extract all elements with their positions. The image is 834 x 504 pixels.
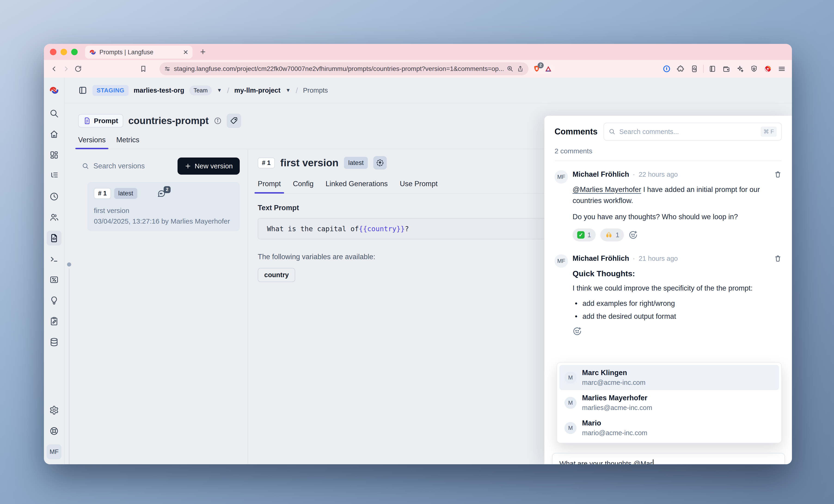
playground-icon[interactable] — [47, 252, 62, 266]
reaction-raised-hands[interactable]: 1 — [600, 228, 624, 242]
speedreader-swirl-icon[interactable] — [763, 64, 773, 74]
promote-version-button[interactable] — [373, 156, 387, 169]
minimize-window-button[interactable] — [61, 49, 67, 55]
chevron-down-icon[interactable]: ▼ — [217, 87, 222, 93]
datasets-icon[interactable] — [47, 314, 62, 329]
maximize-window-button[interactable] — [71, 49, 78, 55]
prompt-type-label: Prompt — [94, 117, 118, 125]
tab-metrics[interactable]: Metrics — [116, 136, 139, 149]
search-icon — [609, 128, 616, 135]
comments-search[interactable]: ⌘ F — [603, 123, 782, 141]
text-cursor — [653, 459, 654, 464]
breadcrumb-org[interactable]: marlies-test-org — [134, 87, 184, 94]
close-window-button[interactable] — [50, 49, 57, 55]
langfuse-logo[interactable] — [49, 77, 59, 103]
site-permissions-icon[interactable] — [164, 66, 171, 72]
brave-shield-icon[interactable]: 2 — [532, 64, 542, 74]
sidebar-toggle-icon[interactable] — [707, 64, 718, 74]
brave-rewards-icon[interactable] — [543, 64, 553, 74]
browser-tab[interactable]: Prompts | Langfuse ✕ — [85, 46, 193, 59]
comments-search-input[interactable] — [619, 128, 758, 136]
new-tab-button[interactable]: + — [200, 47, 205, 57]
latest-badge: latest — [114, 188, 137, 199]
comment-body: Do you have any thoughts? Who should we … — [573, 213, 782, 221]
user-avatar[interactable]: MF — [47, 444, 62, 459]
home-icon[interactable] — [47, 127, 62, 142]
tab-config[interactable]: Config — [293, 180, 314, 193]
panel-toggle-icon[interactable] — [78, 86, 87, 95]
sessions-icon[interactable] — [47, 189, 62, 204]
forward-icon[interactable] — [61, 64, 71, 74]
extensions-cluster — [662, 64, 787, 74]
variable-chip: country — [258, 268, 295, 282]
comment-heading: Quick Thoughts: — [573, 269, 782, 278]
version-meta: 03/04/2025, 13:27:16 by Marlies Mayerhof… — [94, 217, 233, 225]
zoom-in-icon[interactable] — [507, 65, 513, 72]
prompts-icon[interactable] — [47, 231, 62, 246]
comment-avatar: MF — [554, 170, 568, 184]
delete-comment-icon[interactable] — [774, 255, 782, 262]
plus-icon — [184, 163, 191, 169]
add-reaction-icon[interactable] — [629, 230, 638, 239]
detail-version-title: first version — [280, 157, 338, 168]
detail-latest-badge: latest — [344, 157, 368, 169]
breadcrumb-project[interactable]: my-llm-project — [234, 87, 281, 94]
mention-link[interactable]: @Marlies Mayerhofer — [573, 185, 641, 193]
back-icon[interactable] — [49, 64, 59, 74]
breadcrumb-separator: / — [227, 86, 229, 95]
mention-option[interactable]: M Mario mario@acme-inc.com — [559, 415, 779, 440]
extensions-puzzle-icon[interactable] — [676, 64, 686, 74]
comments-bubble-icon[interactable]: 2 — [157, 189, 166, 198]
comments-title: Comments — [554, 127, 597, 137]
shield-count-badge: 2 — [537, 62, 544, 68]
version-search[interactable] — [82, 162, 170, 170]
leo-ai-sparkles-icon[interactable] — [735, 64, 745, 74]
langfuse-app: MF STAGING marlies-test-org Team ▼ / my-… — [44, 77, 792, 464]
comment-author: Michael Fröhlich — [573, 254, 629, 262]
mention-avatar: M — [565, 397, 576, 409]
search-tabs-icon[interactable] — [689, 64, 700, 74]
comment-input[interactable]: What are your thoughts @Mar — [552, 453, 785, 464]
tab-close-icon[interactable]: ✕ — [183, 48, 189, 56]
version-list-item[interactable]: # 1 latest 2 first version 03/04/2025, 1… — [87, 182, 240, 231]
mention-option[interactable]: M Marlies Mayerhofer marlies@acme-inc.co… — [559, 390, 779, 415]
add-reaction-icon[interactable] — [573, 327, 782, 336]
reload-icon[interactable] — [73, 64, 83, 74]
info-icon[interactable] — [214, 117, 222, 125]
tab-use-prompt[interactable]: Use Prompt — [400, 180, 438, 193]
evals-icon[interactable] — [47, 293, 62, 308]
search-icon — [82, 162, 89, 170]
dashboard-icon[interactable] — [47, 147, 62, 162]
address-bar[interactable]: staging.langfuse.com/project/cm22fk0w700… — [159, 62, 528, 75]
comment-bullets: add examples for right/wrong add the des… — [573, 299, 782, 321]
tab-prompt[interactable]: Prompt — [258, 180, 281, 193]
delete-comment-icon[interactable] — [774, 170, 782, 178]
settings-icon[interactable] — [47, 403, 62, 418]
browser-window: Prompts | Langfuse ✕ + staging.langfuse.… — [44, 44, 792, 464]
breadcrumb-separator: / — [295, 86, 298, 95]
toolbar-divider — [703, 65, 704, 73]
tracing-icon[interactable] — [47, 168, 62, 183]
window-controls — [50, 49, 78, 55]
vpn-shield-icon[interactable] — [749, 64, 759, 74]
share-icon[interactable] — [517, 65, 524, 72]
env-badge: STAGING — [92, 85, 129, 96]
tag-button[interactable] — [227, 114, 241, 128]
database-icon[interactable] — [47, 335, 62, 349]
password-manager-icon[interactable] — [662, 64, 672, 74]
menu-hamburger-icon[interactable] — [777, 64, 787, 74]
version-search-input[interactable] — [93, 162, 170, 170]
tab-linked-generations[interactable]: Linked Generations — [326, 180, 388, 193]
wallet-icon[interactable] — [721, 64, 731, 74]
scores-icon[interactable] — [47, 272, 62, 287]
tab-versions[interactable]: Versions — [78, 136, 106, 149]
mention-option[interactable]: M Marc Klingen marc@acme-inc.com — [559, 365, 779, 390]
reaction-check[interactable]: ✓ 1 — [573, 228, 596, 242]
search-icon[interactable] — [47, 106, 62, 121]
url-text[interactable]: staging.langfuse.com/project/cm22fk0w700… — [174, 65, 503, 72]
users-icon[interactable] — [47, 210, 62, 225]
support-icon[interactable] — [47, 423, 62, 438]
bookmark-icon[interactable] — [138, 64, 148, 74]
new-version-button[interactable]: New version — [177, 158, 240, 175]
chevron-down-icon[interactable]: ▼ — [285, 87, 290, 93]
